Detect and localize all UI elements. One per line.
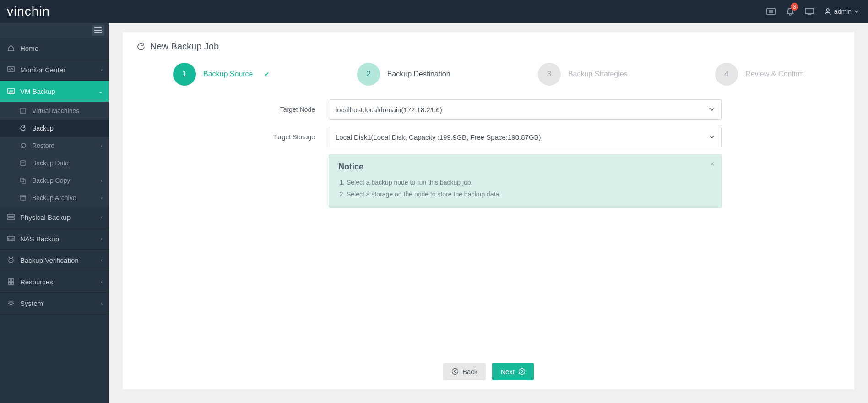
vm-sub-icon — [18, 108, 27, 114]
chevron-left-icon: ‹ — [101, 67, 103, 72]
target-node-select[interactable]: localhost.localdomain(172.18.21.6) — [329, 99, 722, 120]
logo: vinchin — [7, 4, 50, 19]
arrow-left-circle-icon — [451, 368, 459, 375]
sidebar-subitem-label: Backup Copy — [32, 177, 70, 184]
sidebar-subitem-label: Backup — [32, 125, 54, 132]
refresh-icon — [136, 42, 146, 51]
job-queue-icon[interactable] — [766, 7, 776, 16]
wizard-step-1[interactable]: 1 Backup Source ✔ — [173, 63, 270, 86]
svg-point-14 — [21, 160, 25, 162]
svg-rect-13 — [20, 109, 26, 113]
form: Target Node localhost.localdomain(172.18… — [123, 99, 854, 208]
sidebar-subitem-backup[interactable]: Backup — [0, 120, 109, 137]
step-number: 3 — [538, 63, 561, 86]
undo-icon — [18, 142, 27, 149]
wizard-step-4[interactable]: 4 Review & Confirm — [715, 63, 804, 86]
chevron-down-icon — [854, 10, 859, 13]
copy-icon — [18, 177, 27, 184]
target-node-label: Target Node — [196, 106, 329, 113]
topbar: vinchin 3 admin — [0, 0, 868, 23]
svg-rect-27 — [11, 282, 14, 284]
svg-point-29 — [452, 369, 458, 375]
sidebar-item-physical-backup[interactable]: Physical Backup ‹ — [0, 207, 109, 228]
notification-bell-icon[interactable]: 3 — [786, 7, 795, 16]
svg-rect-19 — [8, 214, 14, 217]
refresh-icon — [18, 125, 27, 131]
server-icon — [6, 214, 16, 220]
sidebar-subitem-label: Restore — [32, 142, 54, 149]
wizard-footer: Back Next — [123, 363, 854, 380]
sidebar-item-nas-backup[interactable]: NAS NAS Backup ‹ — [0, 228, 109, 250]
chevron-left-icon: ‹ — [101, 143, 103, 148]
user-icon — [824, 8, 831, 15]
step-number: 4 — [715, 63, 738, 86]
sidebar-item-resources[interactable]: Resources ‹ — [0, 271, 109, 293]
step-number: 2 — [357, 63, 380, 86]
sidebar-item-label: Physical Backup — [20, 213, 71, 221]
step-label: Backup Source — [203, 70, 253, 78]
form-row-target-storage: Target Storage Local Disk1(Local Disk, C… — [196, 127, 722, 147]
sidebar-item-label: Monitor Center — [20, 66, 65, 74]
notice-box: × Notice Select a backup node to run thi… — [329, 154, 722, 208]
chevron-left-icon: ‹ — [101, 195, 103, 201]
chevron-left-icon: ‹ — [101, 257, 103, 263]
arrow-right-circle-icon — [518, 368, 526, 375]
chevron-left-icon: ‹ — [101, 236, 103, 241]
notice-line: Select a storage on the node to store th… — [347, 188, 712, 200]
sidebar-item-monitor-center[interactable]: Monitor Center ‹ — [0, 59, 109, 81]
chevron-left-icon: ‹ — [101, 178, 103, 183]
sidebar-subitem-label: Backup Archive — [32, 194, 76, 202]
step-label: Review & Confirm — [745, 70, 804, 78]
svg-rect-24 — [8, 279, 11, 281]
chevron-down-icon: ⌄ — [98, 88, 103, 94]
close-icon[interactable]: × — [710, 159, 715, 169]
wizard-step-3[interactable]: 3 Backup Strategies — [538, 63, 628, 86]
sidebar-subitem-virtual-machines[interactable]: Virtual Machines — [0, 102, 109, 120]
sidebar-subitem-restore[interactable]: Restore ‹ — [0, 137, 109, 154]
chevron-left-icon: ‹ — [101, 214, 103, 220]
sidebar-item-label: NAS Backup — [20, 235, 59, 243]
target-storage-select[interactable]: Local Disk1(Local Disk, Capacity :199.9G… — [329, 127, 722, 147]
sidebar-subitem-backup-data[interactable]: Backup Data — [0, 154, 109, 172]
sidebar-subitem-label: Virtual Machines — [32, 107, 79, 114]
sidebar-item-label: Backup Verification — [20, 256, 79, 264]
notice-line: Select a backup node to run this backup … — [347, 176, 712, 188]
wizard: 1 Backup Source ✔ 2 Backup Destination 3… — [123, 63, 854, 99]
sidebar-subitem-backup-archive[interactable]: Backup Archive ‹ — [0, 189, 109, 207]
check-icon: ✔ — [264, 71, 270, 78]
step-number: 1 — [173, 63, 196, 86]
sidebar-subitem-backup-copy[interactable]: Backup Copy ‹ — [0, 172, 109, 189]
back-button[interactable]: Back — [443, 363, 486, 380]
sidebar-item-label: Home — [20, 44, 38, 52]
target-storage-label: Target Storage — [196, 133, 329, 141]
svg-rect-26 — [8, 282, 11, 284]
svg-rect-20 — [8, 218, 14, 220]
nas-icon: NAS — [6, 236, 16, 241]
svg-rect-25 — [11, 279, 14, 281]
svg-text:NAS: NAS — [8, 238, 14, 240]
screen-icon[interactable] — [805, 7, 814, 16]
sidebar-item-vm-backup[interactable]: VM VM Backup ⌄ — [0, 81, 109, 102]
grid-icon — [6, 278, 16, 285]
svg-rect-4 — [805, 8, 814, 14]
step-label: Backup Destination — [387, 70, 450, 78]
form-row-target-node: Target Node localhost.localdomain(172.18… — [196, 99, 722, 120]
svg-point-28 — [10, 302, 12, 305]
disk-icon — [18, 160, 27, 166]
sidebar-item-backup-verification[interactable]: Backup Verification ‹ — [0, 250, 109, 271]
sidebar-item-home[interactable]: Home — [0, 38, 109, 59]
sidebar-item-system[interactable]: System ‹ — [0, 293, 109, 314]
chevron-down-icon — [709, 108, 715, 111]
sidebar: Home Monitor Center ‹ VM VM Backup ⌄ Vir… — [0, 23, 109, 403]
wizard-step-2[interactable]: 2 Backup Destination — [357, 63, 450, 86]
next-button[interactable]: Next — [492, 363, 534, 380]
user-menu[interactable]: admin — [824, 8, 859, 15]
hamburger-icon[interactable] — [92, 25, 104, 36]
archive-icon — [18, 195, 27, 201]
svg-point-30 — [519, 369, 525, 375]
home-icon — [6, 44, 16, 52]
svg-rect-18 — [21, 197, 25, 200]
panel: New Backup Job 1 Backup Source ✔ 2 Backu… — [123, 32, 854, 389]
gear-icon — [6, 300, 16, 307]
sidebar-item-label: System — [20, 300, 43, 307]
